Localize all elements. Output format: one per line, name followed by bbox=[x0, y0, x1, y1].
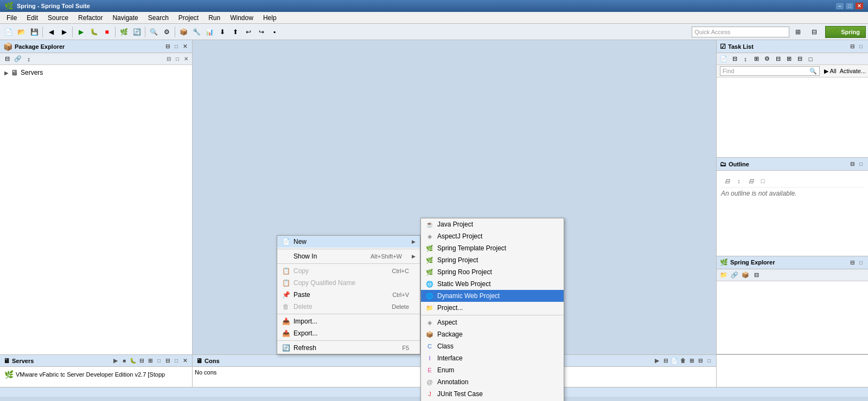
pe-max2[interactable]: □ bbox=[174, 55, 181, 63]
toolbar-extra1[interactable]: 📦 bbox=[177, 26, 189, 38]
ctx-copy-qualified[interactable]: 📋 Copy Qualified Name bbox=[277, 277, 420, 289]
cons-btn1[interactable]: ▶ bbox=[653, 357, 661, 365]
menu-search[interactable]: Search bbox=[144, 13, 173, 23]
menu-navigate[interactable]: Navigate bbox=[108, 13, 142, 23]
cons-minimize[interactable]: ⊟ bbox=[697, 357, 704, 365]
outline-btn4[interactable]: □ bbox=[758, 176, 768, 186]
sub-enum[interactable]: E Enum bbox=[421, 364, 564, 376]
sub-project[interactable]: 📁 Project... bbox=[421, 302, 564, 314]
sub-spring-project[interactable]: 🌿 Spring Project bbox=[421, 254, 564, 266]
srv-start-icon[interactable]: ▶ bbox=[112, 357, 119, 365]
se-btn1[interactable]: 📁 bbox=[719, 270, 729, 280]
se-maximize-icon[interactable]: □ bbox=[857, 258, 865, 266]
cons-btn2[interactable]: ⊟ bbox=[662, 357, 669, 365]
sub-dynamic-web[interactable]: 🌐 Dynamic Web Project bbox=[421, 290, 564, 302]
sub-interface[interactable]: I Interface bbox=[421, 352, 564, 364]
quick-access-input[interactable]: Quick Access bbox=[692, 27, 789, 37]
ctx-copy[interactable]: 📋 Copy Ctrl+C bbox=[277, 265, 420, 277]
toolbar-search[interactable]: 🔍 bbox=[148, 26, 159, 38]
toolbar-extra5[interactable]: ⬆ bbox=[229, 26, 241, 38]
all-filter[interactable]: ▶ All bbox=[824, 68, 837, 75]
sub-spring-template[interactable]: 🌿 Spring Template Project bbox=[421, 242, 564, 254]
ctx-show-in[interactable]: Show In Alt+Shift+W bbox=[277, 250, 420, 262]
cons-btn4[interactable]: 🗑 bbox=[679, 357, 687, 365]
toolbar-spring[interactable]: 🌿 bbox=[118, 26, 130, 38]
tl-settings-btn[interactable]: ⚙ bbox=[762, 54, 772, 64]
toolbar-run[interactable]: ▶ bbox=[75, 26, 87, 38]
outline-btn2[interactable]: ↕ bbox=[734, 176, 744, 186]
toolbar-extra3[interactable]: 📊 bbox=[203, 26, 215, 38]
sub-spring-roo[interactable]: 🌿 Spring Roo Project bbox=[421, 266, 564, 278]
se-minimize-icon[interactable]: ⊟ bbox=[848, 258, 856, 266]
menu-refactor[interactable]: Refactor bbox=[74, 13, 107, 23]
srv-btn4-icon[interactable]: ⊟ bbox=[138, 357, 145, 365]
srv-close-icon[interactable]: ✕ bbox=[181, 357, 189, 365]
tl-filter-btn[interactable]: ⊟ bbox=[730, 54, 739, 64]
ctx-delete[interactable]: 🗑 Delete Delete bbox=[277, 301, 420, 313]
srv-btn6-icon[interactable]: □ bbox=[155, 357, 163, 365]
ctx-import[interactable]: 📥 Import... bbox=[277, 315, 420, 327]
minimize-button[interactable]: – bbox=[835, 2, 844, 10]
cons-maximize[interactable]: □ bbox=[705, 357, 713, 365]
tl-minimize2-btn[interactable]: ⊟ bbox=[795, 54, 805, 64]
cons-btn3[interactable]: 📄 bbox=[671, 357, 678, 365]
menu-window[interactable]: Window bbox=[226, 13, 258, 23]
tl-expand-btn[interactable]: ⊞ bbox=[784, 54, 794, 64]
pe-collapse-all[interactable]: ⊟ bbox=[2, 54, 12, 64]
toolbar-extra2[interactable]: 🔧 bbox=[190, 26, 202, 38]
toolbar-settings[interactable]: ⚙ bbox=[161, 26, 173, 38]
se-btn2[interactable]: 🔗 bbox=[730, 270, 739, 280]
pe-link[interactable]: 🔗 bbox=[13, 54, 23, 64]
sub-junit[interactable]: J JUnit Test Case bbox=[421, 388, 564, 400]
sub-java-project[interactable]: ☕ Java Project bbox=[421, 218, 564, 230]
activate-link[interactable]: Activate... bbox=[840, 68, 866, 74]
pe-min2[interactable]: ⊟ bbox=[165, 55, 173, 63]
toolbar-extra4[interactable]: ⬇ bbox=[216, 26, 228, 38]
sub-aspect[interactable]: ◈ Aspect bbox=[421, 316, 564, 328]
pe-minimize-icon[interactable]: ⊟ bbox=[164, 43, 171, 50]
toolbar-extra6[interactable]: ↩ bbox=[242, 26, 254, 38]
sub-class[interactable]: C Class bbox=[421, 340, 564, 352]
cons-btn5[interactable]: ⊞ bbox=[688, 357, 695, 365]
pe-maximize-icon[interactable]: □ bbox=[173, 43, 180, 50]
toolbar-perspective1[interactable]: ⊞ bbox=[790, 26, 806, 38]
toolbar-debug[interactable]: 🐛 bbox=[88, 26, 100, 38]
toolbar-extra8[interactable]: ▪ bbox=[269, 26, 280, 38]
outline-btn1[interactable]: ⊟ bbox=[722, 176, 732, 186]
spring-perspective-button[interactable]: 🌿 Spring bbox=[825, 26, 866, 38]
servers-tree-item[interactable]: ▶ 🖥 Servers bbox=[2, 67, 190, 78]
toolbar-extra7[interactable]: ↪ bbox=[256, 26, 267, 38]
menu-help[interactable]: Help bbox=[259, 13, 281, 23]
srv-maximize-icon[interactable]: □ bbox=[173, 357, 180, 365]
maximize-button[interactable]: □ bbox=[845, 2, 854, 10]
outline-maximize-icon[interactable]: □ bbox=[857, 160, 865, 168]
tl-new-btn[interactable]: 📄 bbox=[719, 54, 729, 64]
menu-project[interactable]: Project bbox=[174, 13, 203, 23]
ctx-new[interactable]: 📄 New bbox=[277, 236, 420, 248]
toolbar-stop[interactable]: ■ bbox=[101, 26, 113, 38]
menu-edit[interactable]: Edit bbox=[22, 13, 42, 23]
se-btn4[interactable]: ⊟ bbox=[751, 270, 761, 280]
tl-minimize-icon[interactable]: ⊟ bbox=[848, 43, 856, 50]
outline-minimize-icon[interactable]: ⊟ bbox=[848, 160, 856, 168]
pe-close-icon[interactable]: ✕ bbox=[181, 43, 189, 50]
tl-collapse-btn[interactable]: ⊟ bbox=[773, 54, 783, 64]
toolbar-save[interactable]: 💾 bbox=[28, 26, 40, 38]
se-btn3[interactable]: 📦 bbox=[741, 270, 750, 280]
sub-annotation[interactable]: @ Annotation bbox=[421, 376, 564, 388]
ctx-export[interactable]: 📤 Export... bbox=[277, 327, 420, 339]
srv-stop-icon[interactable]: ■ bbox=[120, 357, 128, 365]
toolbar-perspective2[interactable]: ⊟ bbox=[807, 26, 822, 38]
toolbar-refresh[interactable]: 🔄 bbox=[131, 26, 143, 38]
tl-sort-btn[interactable]: ↕ bbox=[741, 54, 750, 64]
close-button[interactable]: ✕ bbox=[855, 2, 864, 10]
tl-maximize2-btn[interactable]: □ bbox=[806, 54, 815, 64]
toolbar-back[interactable]: ◀ bbox=[45, 26, 57, 38]
server-item[interactable]: 🌿 VMware vFabric tc Server Developer Edi… bbox=[2, 369, 190, 380]
srv-debug-icon[interactable]: 🐛 bbox=[129, 357, 137, 365]
pe-close2[interactable]: ✕ bbox=[182, 55, 190, 63]
sub-static-web[interactable]: 🌐 Static Web Project bbox=[421, 278, 564, 290]
tl-maximize-icon[interactable]: □ bbox=[857, 43, 865, 50]
ctx-refresh[interactable]: 🔄 Refresh F5 bbox=[277, 342, 420, 354]
toolbar-new[interactable]: 📄 bbox=[2, 26, 14, 38]
